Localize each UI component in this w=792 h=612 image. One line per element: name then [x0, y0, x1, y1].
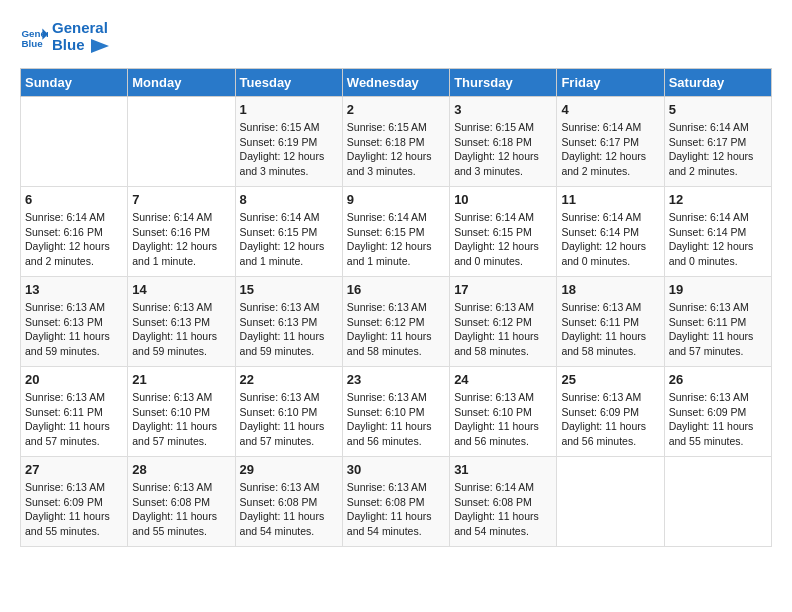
- day-number: 1: [240, 102, 338, 117]
- day-number: 15: [240, 282, 338, 297]
- day-number: 28: [132, 462, 230, 477]
- calendar-cell: 23Sunrise: 6:13 AM Sunset: 6:10 PM Dayli…: [342, 367, 449, 457]
- day-number: 3: [454, 102, 552, 117]
- svg-marker-3: [91, 39, 109, 53]
- calendar-cell: 3Sunrise: 6:15 AM Sunset: 6:18 PM Daylig…: [450, 97, 557, 187]
- day-number: 23: [347, 372, 445, 387]
- calendar-cell: 12Sunrise: 6:14 AM Sunset: 6:14 PM Dayli…: [664, 187, 771, 277]
- calendar-cell: 9Sunrise: 6:14 AM Sunset: 6:15 PM Daylig…: [342, 187, 449, 277]
- weekday-header: Friday: [557, 69, 664, 97]
- day-number: 16: [347, 282, 445, 297]
- day-number: 24: [454, 372, 552, 387]
- calendar-cell: [21, 97, 128, 187]
- calendar-cell: 20Sunrise: 6:13 AM Sunset: 6:11 PM Dayli…: [21, 367, 128, 457]
- calendar-cell: 28Sunrise: 6:13 AM Sunset: 6:08 PM Dayli…: [128, 457, 235, 547]
- day-number: 9: [347, 192, 445, 207]
- day-content: Sunrise: 6:14 AM Sunset: 6:14 PM Dayligh…: [561, 210, 659, 269]
- day-number: 20: [25, 372, 123, 387]
- logo: General Blue General Blue: [20, 20, 109, 53]
- weekday-header: Sunday: [21, 69, 128, 97]
- day-content: Sunrise: 6:14 AM Sunset: 6:15 PM Dayligh…: [454, 210, 552, 269]
- calendar-cell: 29Sunrise: 6:13 AM Sunset: 6:08 PM Dayli…: [235, 457, 342, 547]
- day-content: Sunrise: 6:13 AM Sunset: 6:09 PM Dayligh…: [669, 390, 767, 449]
- day-number: 4: [561, 102, 659, 117]
- calendar-cell: 14Sunrise: 6:13 AM Sunset: 6:13 PM Dayli…: [128, 277, 235, 367]
- day-number: 11: [561, 192, 659, 207]
- day-number: 17: [454, 282, 552, 297]
- calendar-cell: 27Sunrise: 6:13 AM Sunset: 6:09 PM Dayli…: [21, 457, 128, 547]
- svg-text:Blue: Blue: [21, 37, 43, 48]
- day-content: Sunrise: 6:13 AM Sunset: 6:09 PM Dayligh…: [561, 390, 659, 449]
- calendar-week-row: 20Sunrise: 6:13 AM Sunset: 6:11 PM Dayli…: [21, 367, 772, 457]
- calendar-cell: 2Sunrise: 6:15 AM Sunset: 6:18 PM Daylig…: [342, 97, 449, 187]
- logo-general: General: [52, 20, 109, 37]
- logo-blue: Blue: [52, 37, 109, 54]
- day-content: Sunrise: 6:13 AM Sunset: 6:11 PM Dayligh…: [561, 300, 659, 359]
- day-number: 30: [347, 462, 445, 477]
- day-number: 5: [669, 102, 767, 117]
- day-number: 21: [132, 372, 230, 387]
- day-number: 22: [240, 372, 338, 387]
- day-content: Sunrise: 6:13 AM Sunset: 6:12 PM Dayligh…: [347, 300, 445, 359]
- day-number: 29: [240, 462, 338, 477]
- day-content: Sunrise: 6:13 AM Sunset: 6:11 PM Dayligh…: [25, 390, 123, 449]
- day-content: Sunrise: 6:14 AM Sunset: 6:17 PM Dayligh…: [669, 120, 767, 179]
- day-number: 14: [132, 282, 230, 297]
- calendar-cell: 10Sunrise: 6:14 AM Sunset: 6:15 PM Dayli…: [450, 187, 557, 277]
- day-content: Sunrise: 6:13 AM Sunset: 6:10 PM Dayligh…: [454, 390, 552, 449]
- calendar-cell: 18Sunrise: 6:13 AM Sunset: 6:11 PM Dayli…: [557, 277, 664, 367]
- day-content: Sunrise: 6:13 AM Sunset: 6:10 PM Dayligh…: [132, 390, 230, 449]
- day-content: Sunrise: 6:13 AM Sunset: 6:09 PM Dayligh…: [25, 480, 123, 539]
- day-number: 7: [132, 192, 230, 207]
- calendar-cell: 11Sunrise: 6:14 AM Sunset: 6:14 PM Dayli…: [557, 187, 664, 277]
- day-content: Sunrise: 6:13 AM Sunset: 6:08 PM Dayligh…: [240, 480, 338, 539]
- day-content: Sunrise: 6:14 AM Sunset: 6:16 PM Dayligh…: [25, 210, 123, 269]
- calendar-cell: 15Sunrise: 6:13 AM Sunset: 6:13 PM Dayli…: [235, 277, 342, 367]
- calendar-cell: 16Sunrise: 6:13 AM Sunset: 6:12 PM Dayli…: [342, 277, 449, 367]
- day-number: 19: [669, 282, 767, 297]
- logo-icon: General Blue: [20, 23, 48, 51]
- calendar-cell: 7Sunrise: 6:14 AM Sunset: 6:16 PM Daylig…: [128, 187, 235, 277]
- day-content: Sunrise: 6:14 AM Sunset: 6:15 PM Dayligh…: [240, 210, 338, 269]
- day-number: 2: [347, 102, 445, 117]
- day-content: Sunrise: 6:13 AM Sunset: 6:13 PM Dayligh…: [25, 300, 123, 359]
- day-content: Sunrise: 6:13 AM Sunset: 6:13 PM Dayligh…: [132, 300, 230, 359]
- calendar-week-row: 13Sunrise: 6:13 AM Sunset: 6:13 PM Dayli…: [21, 277, 772, 367]
- day-number: 10: [454, 192, 552, 207]
- calendar-cell: 4Sunrise: 6:14 AM Sunset: 6:17 PM Daylig…: [557, 97, 664, 187]
- day-content: Sunrise: 6:15 AM Sunset: 6:18 PM Dayligh…: [454, 120, 552, 179]
- calendar-cell: 1Sunrise: 6:15 AM Sunset: 6:19 PM Daylig…: [235, 97, 342, 187]
- day-number: 18: [561, 282, 659, 297]
- calendar-week-row: 6Sunrise: 6:14 AM Sunset: 6:16 PM Daylig…: [21, 187, 772, 277]
- day-number: 26: [669, 372, 767, 387]
- calendar-header-row: SundayMondayTuesdayWednesdayThursdayFrid…: [21, 69, 772, 97]
- day-number: 6: [25, 192, 123, 207]
- calendar-cell: 8Sunrise: 6:14 AM Sunset: 6:15 PM Daylig…: [235, 187, 342, 277]
- day-content: Sunrise: 6:14 AM Sunset: 6:17 PM Dayligh…: [561, 120, 659, 179]
- weekday-header: Wednesday: [342, 69, 449, 97]
- page-header: General Blue General Blue: [20, 20, 772, 53]
- day-content: Sunrise: 6:13 AM Sunset: 6:10 PM Dayligh…: [347, 390, 445, 449]
- calendar-cell: 31Sunrise: 6:14 AM Sunset: 6:08 PM Dayli…: [450, 457, 557, 547]
- day-number: 27: [25, 462, 123, 477]
- calendar-cell: 17Sunrise: 6:13 AM Sunset: 6:12 PM Dayli…: [450, 277, 557, 367]
- calendar-cell: 26Sunrise: 6:13 AM Sunset: 6:09 PM Dayli…: [664, 367, 771, 457]
- day-content: Sunrise: 6:13 AM Sunset: 6:10 PM Dayligh…: [240, 390, 338, 449]
- calendar-cell: [664, 457, 771, 547]
- calendar-cell: 21Sunrise: 6:13 AM Sunset: 6:10 PM Dayli…: [128, 367, 235, 457]
- calendar-cell: 13Sunrise: 6:13 AM Sunset: 6:13 PM Dayli…: [21, 277, 128, 367]
- calendar-week-row: 27Sunrise: 6:13 AM Sunset: 6:09 PM Dayli…: [21, 457, 772, 547]
- day-number: 31: [454, 462, 552, 477]
- calendar-cell: [557, 457, 664, 547]
- day-number: 8: [240, 192, 338, 207]
- day-content: Sunrise: 6:14 AM Sunset: 6:14 PM Dayligh…: [669, 210, 767, 269]
- day-content: Sunrise: 6:14 AM Sunset: 6:15 PM Dayligh…: [347, 210, 445, 269]
- day-content: Sunrise: 6:14 AM Sunset: 6:16 PM Dayligh…: [132, 210, 230, 269]
- day-content: Sunrise: 6:13 AM Sunset: 6:12 PM Dayligh…: [454, 300, 552, 359]
- day-content: Sunrise: 6:13 AM Sunset: 6:08 PM Dayligh…: [132, 480, 230, 539]
- calendar-cell: 5Sunrise: 6:14 AM Sunset: 6:17 PM Daylig…: [664, 97, 771, 187]
- day-number: 13: [25, 282, 123, 297]
- weekday-header: Monday: [128, 69, 235, 97]
- weekday-header: Tuesday: [235, 69, 342, 97]
- day-content: Sunrise: 6:14 AM Sunset: 6:08 PM Dayligh…: [454, 480, 552, 539]
